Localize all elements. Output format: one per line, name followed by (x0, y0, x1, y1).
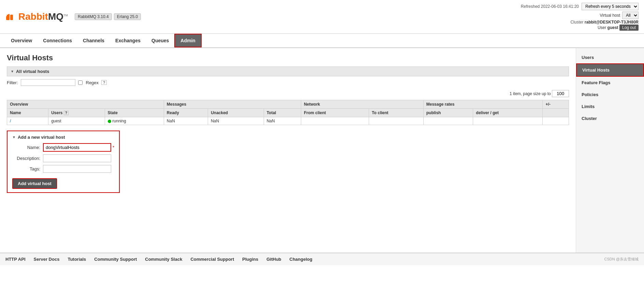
logo-mq: MQ (48, 11, 63, 22)
footer: HTTP API Server Docs Tutorials Community… (0, 253, 644, 265)
name-row: Name: dongVirtualHosts * (12, 143, 114, 152)
col-header-empty (543, 109, 569, 117)
vhost-description-input[interactable] (43, 154, 111, 162)
col-group-overview: Overview (7, 100, 164, 109)
sidebar-item-cluster[interactable]: Cluster (576, 112, 644, 124)
header-right: Refreshed 2022-06-03 16:41:20 Refresh ev… (521, 3, 639, 31)
footer-tutorials[interactable]: Tutorials (68, 257, 86, 262)
vhosts-section-header[interactable]: ▼ All virtual hosts (7, 66, 569, 76)
row-from-client (301, 117, 369, 125)
row-users: guest (48, 117, 105, 125)
regex-checkbox[interactable] (78, 80, 83, 85)
tags-label: Tags: (12, 166, 43, 171)
rabbit-icon (5, 13, 15, 21)
col-group-message-rates: Message rates (423, 100, 543, 109)
refresh-select[interactable]: Refresh every 5 seconds (582, 3, 639, 10)
row-total: NaN (264, 117, 301, 125)
sidebar-item-users[interactable]: Users (576, 51, 644, 63)
cluster-name: rabbit@DESKTOP-T3JH80R (585, 20, 639, 25)
csdn-badge: CSDN @东去雪倾城 (604, 257, 639, 262)
svg-rect-2 (7, 15, 8, 17)
logo-tm: TM (63, 14, 68, 17)
footer-commercial-support[interactable]: Commercial Support (190, 257, 234, 262)
nav-overview[interactable]: Overview (5, 34, 38, 47)
nav-channels[interactable]: Channels (77, 34, 110, 47)
user-info: User guest Log out (521, 25, 639, 31)
svg-rect-3 (8, 14, 10, 17)
users-help-icon[interactable]: ? (64, 111, 69, 115)
col-plus-minus[interactable]: +/- (543, 100, 569, 109)
add-section-label: Add a new virtual host (18, 135, 65, 140)
vhost-name-input[interactable]: dongVirtualHosts (43, 143, 111, 152)
vhosts-table: Overview Messages Network Message rates … (7, 100, 569, 125)
sidebar-item-virtual-hosts[interactable]: Virtual Hosts (576, 63, 644, 77)
row-name[interactable]: / (7, 117, 48, 125)
filter-input[interactable] (21, 79, 75, 86)
col-header-publish: publish (423, 109, 473, 117)
col-header-unacked: Unacked (208, 109, 264, 117)
logo-area: RabbitMQTM RabbitMQ 3.10.4 Erlang 25.0 (5, 11, 141, 22)
row-deliver-get (473, 117, 543, 125)
refresh-area: Refreshed 2022-06-03 16:41:20 Refresh ev… (521, 3, 639, 10)
page-title: Virtual Hosts (7, 54, 569, 62)
col-header-state: State (105, 109, 164, 117)
regex-label: Regex (86, 80, 99, 85)
sidebar-item-policies[interactable]: Policies (576, 89, 644, 101)
state-dot (108, 120, 111, 123)
page-size-row: 1 item, page size up to 100 (7, 90, 569, 97)
required-star: * (113, 145, 114, 150)
logo: RabbitMQTM (5, 11, 68, 22)
col-header-name: Name (7, 109, 48, 117)
logo-rabbit: Rabbit (18, 11, 48, 22)
page-size-input[interactable]: 100 (552, 90, 569, 97)
add-section-arrow: ▼ (12, 135, 16, 139)
nav-exchanges[interactable]: Exchanges (110, 34, 146, 47)
footer-community-slack[interactable]: Community Slack (145, 257, 182, 262)
cluster-info: Cluster rabbit@DESKTOP-T3JH80R (521, 20, 639, 25)
footer-github[interactable]: GitHub (266, 257, 281, 262)
col-group-network: Network (301, 100, 423, 109)
user-label: User (598, 25, 606, 30)
filter-row: Filter: Regex ? (7, 79, 569, 86)
rabbitmq-version: RabbitMQ 3.10.4 (75, 13, 112, 20)
nav-admin[interactable]: Admin (174, 34, 202, 47)
row-unacked: NaN (208, 117, 264, 125)
sidebar-item-limits[interactable]: Limits (576, 101, 644, 112)
vhost-tags-input[interactable] (43, 165, 111, 173)
col-group-messages: Messages (164, 100, 301, 109)
footer-http-api[interactable]: HTTP API (5, 257, 26, 262)
section-label: All virtual hosts (16, 69, 49, 74)
footer-server-docs[interactable]: Server Docs (34, 257, 60, 262)
erlang-version: Erlang 25.0 (114, 13, 141, 20)
col-header-from-client: From client (301, 109, 369, 117)
main-nav: Overview Connections Channels Exchanges … (0, 34, 644, 48)
nav-queues[interactable]: Queues (146, 34, 174, 47)
row-publish (423, 117, 473, 125)
table-row: / guest running NaN NaN NaN (7, 117, 569, 125)
name-label: Name: (12, 145, 43, 150)
main-content: Virtual Hosts ▼ All virtual hosts Filter… (0, 48, 576, 253)
section-collapse-arrow: ▼ (11, 70, 14, 73)
row-state: running (105, 117, 164, 125)
col-header-users: Users ? (48, 109, 105, 117)
col-header-deliver-get: deliver / get (473, 109, 543, 117)
description-label: Description: (12, 156, 43, 161)
add-vhost-button[interactable]: Add virtual host (12, 178, 57, 189)
refresh-time: Refreshed 2022-06-03 16:41:20 (521, 4, 579, 9)
col-header-ready: Ready (164, 109, 208, 117)
add-section-header[interactable]: ▼ Add a new virtual host (12, 135, 114, 140)
vhost-selector-area: Virtual host All (521, 12, 639, 19)
logout-button[interactable]: Log out (619, 25, 639, 31)
footer-community-support[interactable]: Community Support (94, 257, 137, 262)
page-size-text: 1 item, page size up to (510, 91, 551, 96)
footer-changelog[interactable]: Changelog (290, 257, 312, 262)
username: guest (608, 25, 618, 30)
col-header-total: Total (264, 109, 301, 117)
version-badges: RabbitMQ 3.10.4 Erlang 25.0 (75, 13, 141, 20)
nav-connections[interactable]: Connections (38, 34, 77, 47)
help-icon[interactable]: ? (101, 80, 107, 85)
sidebar-item-feature-flags[interactable]: Feature Flags (576, 77, 644, 89)
tags-row: Tags: (12, 165, 114, 173)
vhost-select[interactable]: All (622, 12, 639, 19)
footer-plugins[interactable]: Plugins (242, 257, 258, 262)
